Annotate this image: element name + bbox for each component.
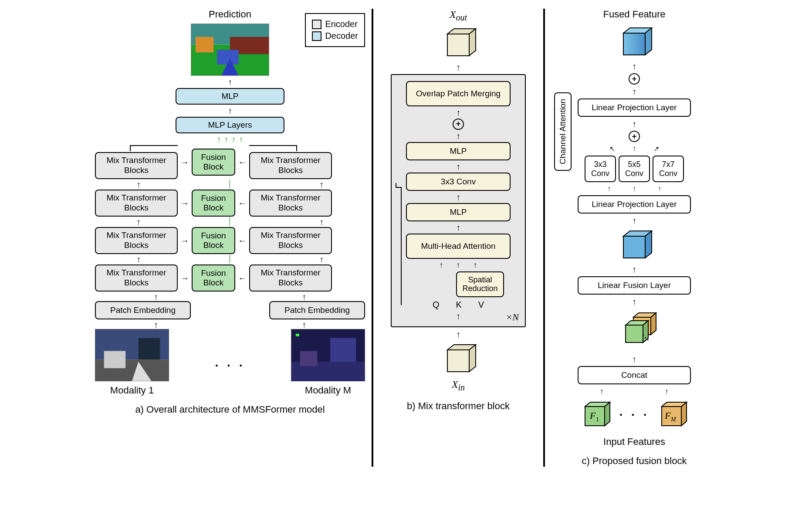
qkv-labels: Q K V — [433, 300, 484, 310]
conv-label: 3x3 Conv — [441, 177, 476, 187]
mix-label: Mix Transformer Blocks — [101, 156, 172, 176]
arrow-pair — [154, 292, 306, 301]
arrow-icon — [632, 355, 636, 363]
arrow-right-icon: → — [180, 198, 189, 208]
modality-1-label: Modality 1 — [110, 385, 154, 396]
mlp-label: MLP — [221, 92, 238, 101]
overlap-patch-label: Overlap Patch Merging — [416, 89, 501, 98]
linproj-label: Linear Projection Layer — [592, 200, 677, 209]
input-row: Modality 1 . . . Modality M — [95, 329, 365, 396]
input-features-row: F1 · · · FM — [579, 399, 690, 431]
fm-cube-icon: FM — [655, 399, 690, 431]
legend-decoder-swatch — [312, 31, 321, 41]
panel-a-top: Encoder Decoder Prediction MLP MLP Layer… — [95, 9, 365, 144]
arrow-icon — [319, 180, 324, 189]
times-n-label: ×N — [506, 312, 519, 323]
fusion-block: Fusion Block — [192, 149, 235, 176]
fusion-label: Fusion Block — [198, 193, 229, 213]
legend-encoder-swatch — [312, 20, 321, 29]
stage-row-2: Mix Transformer Blocks → Fusion Block ← … — [95, 227, 365, 254]
green-line: │ — [228, 255, 232, 264]
fused-cube-icon — [615, 24, 654, 59]
linear-fusion-block: Linear Fusion Layer — [578, 276, 691, 295]
svg-rect-14 — [300, 351, 318, 366]
input-features-label: Input Features — [603, 436, 665, 448]
concat-label: Concat — [621, 370, 647, 380]
mix-label: Mix Transformer Blocks — [255, 231, 326, 251]
transformer-box: Overlap Patch Merging + MLP 3x3 Conv MLP… — [391, 74, 526, 328]
linproj-label: Linear Projection Layer — [592, 103, 677, 112]
svg-rect-4 — [217, 50, 238, 64]
channel-attention-block: Channel Attention — [554, 92, 572, 171]
green-line: │ — [228, 180, 232, 189]
svg-rect-8 — [104, 351, 125, 368]
v-label: V — [478, 300, 484, 310]
fused-feature-label: Fused Feature — [603, 9, 665, 20]
add-icon: + — [629, 73, 640, 85]
arrow-icon — [154, 292, 158, 301]
arrow-left-icon: ← — [238, 236, 247, 246]
mix-label: Mix Transformer Blocks — [255, 268, 326, 288]
conv-row: 3x3 Conv 5x5 Conv 7x7 Conv — [585, 156, 684, 182]
arrow-icon — [456, 223, 460, 232]
patch-row: Patch Embedding Patch Embedding — [95, 301, 365, 319]
input-arrows: ↑↑ — [600, 387, 669, 396]
arrow-icon — [319, 255, 324, 264]
add-icon: + — [629, 131, 640, 142]
panel-c-caption: c) Proposed fusion block — [582, 455, 687, 467]
conv-arrows: ↖↑↗ — [609, 145, 659, 153]
svg-rect-13 — [330, 338, 356, 362]
mlp-label: MLP — [450, 146, 467, 156]
legend-encoder-row: Encoder — [312, 19, 358, 29]
prediction-label: Prediction — [209, 9, 251, 20]
figure-container: Encoder Decoder Prediction MLP MLP Layer… — [9, 9, 803, 467]
svg-text:F: F — [664, 410, 671, 421]
add-icon: + — [453, 119, 464, 130]
x-in-label: Xin — [452, 379, 465, 393]
svg-marker-42 — [681, 402, 687, 426]
concat-block: Concat — [578, 366, 691, 384]
x-out-sub: out — [456, 13, 467, 22]
prediction-image — [191, 24, 269, 76]
arrow-icon — [319, 217, 324, 226]
arrow-right-icon: → — [180, 236, 189, 246]
linear-proj-block-bottom: Linear Projection Layer — [578, 195, 691, 214]
conv7-label: 7x7 Conv — [659, 160, 678, 178]
x-in-sub: in — [458, 383, 465, 392]
stage-row-4: Mix Transformer Blocks → Fusion Block ← … — [95, 145, 365, 179]
svg-marker-22 — [623, 33, 645, 55]
chan-att-label: Channel Attention — [558, 99, 568, 164]
arrow-icon — [632, 265, 636, 274]
conv3-label: 3x3 Conv — [591, 160, 610, 178]
times-n-text: ×N — [506, 312, 519, 322]
mix-transformer-block-right: Mix Transformer Blocks — [249, 264, 332, 292]
spatial-label: Spatial Reduction — [462, 276, 498, 293]
svg-marker-24 — [645, 28, 652, 55]
linear-proj-block-top: Linear Projection Layer — [578, 98, 691, 117]
arrow-pair — [154, 320, 306, 329]
legend-box: Encoder Decoder — [305, 13, 365, 47]
modality-1-image — [95, 329, 169, 381]
svg-text:1: 1 — [596, 416, 599, 423]
patch-label: Patch Embedding — [110, 305, 176, 315]
x-out-text: X — [450, 9, 456, 20]
input-cube-icon — [439, 341, 478, 376]
stage-row-1: Mix Transformer Blocks → Fusion Block ← … — [95, 264, 365, 292]
svg-marker-27 — [645, 231, 652, 258]
arrow-icon — [456, 132, 460, 140]
panel-b-column: Xout Overlap Patch Merging + MLP 3x3 Con… — [380, 9, 537, 393]
svg-marker-25 — [623, 236, 645, 258]
arrow-icon — [302, 292, 306, 301]
fusion-block: Fusion Block — [192, 190, 235, 217]
f1-cube-icon: F1 — [579, 399, 613, 431]
stage-row-3: Mix Transformer Blocks → Fusion Block ← … — [95, 190, 365, 217]
svg-marker-31 — [626, 325, 643, 342]
ellipsis-icon: . . . — [215, 356, 245, 370]
mlp-label: MLP — [450, 207, 467, 217]
arrow-icon — [632, 87, 636, 96]
arrow-icon — [154, 320, 158, 329]
svg-marker-19 — [447, 350, 469, 372]
x-in-text: X — [452, 379, 458, 390]
arrow-left-icon: ← — [238, 198, 247, 208]
output-cube-icon — [439, 25, 478, 60]
